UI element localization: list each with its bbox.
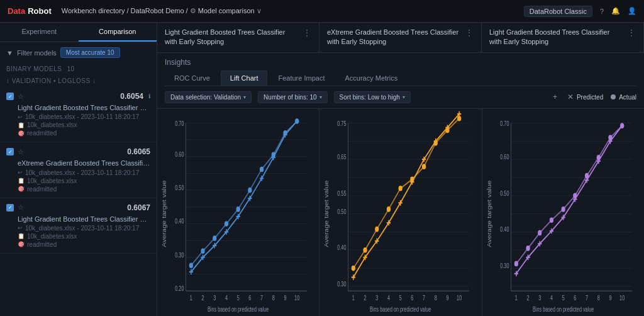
svg-point-174 [573, 193, 577, 198]
binary-models-label: BINARY MODELS 10 [0, 63, 157, 75]
user-icon[interactable]: 👤 [628, 7, 636, 15]
svg-text:5: 5 [562, 294, 564, 301]
model-1-name: Light Gradient Boosted Trees Classifier … [18, 103, 150, 112]
svg-text:0.50: 0.50 [175, 184, 184, 191]
svg-point-52 [213, 235, 216, 241]
main-layout: Experiment Comparison ▼ Filter models Mo… [0, 23, 644, 316]
model-2-checkbox[interactable]: ✓ [6, 148, 14, 155]
model-item-1[interactable]: ✓ ☆ 0.6054 ℹ Light Gradient Boosted Tree… [0, 87, 157, 142]
model-3-star[interactable]: ☆ [18, 203, 24, 212]
mode-selector[interactable]: DataRobot Classic [524, 6, 592, 17]
svg-text:9: 9 [284, 294, 286, 301]
model-item-2[interactable]: ✓ ☆ 0.6065 eXtreme Gradient Boosted Tree… [0, 142, 157, 198]
help-icon[interactable]: ? [600, 8, 604, 15]
svg-text:0.50: 0.50 [338, 208, 347, 215]
predicted-icon: ✕ [567, 93, 574, 101]
svg-text:6: 6 [411, 294, 414, 301]
svg-text:10: 10 [294, 294, 299, 301]
svg-point-117 [434, 140, 438, 146]
app-header: DataRobot Workbench directory / DataRobo… [0, 0, 644, 23]
svg-text:0.30: 0.30 [175, 251, 184, 258]
model-header-2-menu[interactable]: ⋮ [465, 28, 474, 38]
sort-label[interactable]: ↕ Validation • LogLoss ↓ [0, 75, 157, 87]
model-3-meta: Light Gradient Boosted Trees Classifier … [6, 215, 150, 248]
svg-text:Bins based on predicted value: Bins based on predicted value [208, 306, 269, 313]
insights-tabs: ROC Curve Lift Chart Feature Impact Accu… [165, 71, 636, 86]
svg-text:0.40: 0.40 [500, 226, 509, 233]
tab-feature-impact[interactable]: Feature Impact [269, 71, 334, 86]
filter-label: Filter models [17, 49, 57, 57]
model-2-name: eXtreme Gradient Boosted Trees Classifie… [18, 159, 150, 167]
main-content: Light Gradient Boosted Trees Classifier … [157, 23, 644, 316]
model-item-3[interactable]: ✓ ☆ 0.6067 Light Gradient Boosted Trees … [0, 198, 157, 254]
model-header-3-menu[interactable]: ⋮ [627, 28, 636, 38]
model-2-star[interactable]: ☆ [18, 148, 24, 156]
model-header-1-menu[interactable]: ⋮ [303, 28, 311, 38]
svg-text:0.65: 0.65 [338, 154, 347, 161]
model-3-checkbox[interactable]: ✓ [6, 204, 14, 212]
svg-point-51 [201, 248, 204, 254]
svg-text:Average target value: Average target value [324, 180, 330, 247]
svg-point-175 [585, 173, 589, 179]
model-2-score: 0.6065 [127, 147, 150, 156]
svg-text:2: 2 [202, 294, 204, 301]
sidebar-tabs: Experiment Comparison [0, 23, 157, 42]
sort-dropdown[interactable]: Sort bins: Low to high ▾ [334, 91, 411, 103]
svg-text:2: 2 [526, 294, 529, 301]
model-1-score: 0.6054 [120, 92, 143, 101]
svg-point-58 [283, 130, 287, 136]
plus-icon: + [553, 93, 557, 101]
tab-lift-chart[interactable]: Lift Chart [221, 71, 268, 86]
svg-text:0.60: 0.60 [175, 150, 184, 157]
svg-text:Average target value: Average target value [487, 180, 492, 247]
svg-text:10: 10 [457, 294, 462, 301]
model-1-checkbox[interactable]: ✓ [6, 93, 14, 100]
svg-point-178 [620, 123, 624, 128]
logo: DataRobot [8, 6, 52, 16]
svg-point-55 [248, 188, 252, 193]
chart-panel-1: Average target value [157, 109, 319, 316]
tab-experiment[interactable]: Experiment [0, 23, 79, 42]
svg-text:Average target value: Average target value [162, 180, 167, 247]
svg-point-111 [364, 247, 367, 253]
model-header-2: eXtreme Gradient Boosted Trees Classifie… [319, 23, 482, 52]
svg-text:6: 6 [574, 294, 576, 301]
tab-comparison[interactable]: Comparison [79, 23, 157, 42]
filter-badge[interactable]: Most accurate 10 [60, 47, 120, 58]
chart-svg-3: Average target value 0.70 0.60 [485, 114, 641, 313]
bell-icon[interactable]: 🔔 [611, 7, 620, 15]
svg-point-169 [514, 261, 518, 266]
svg-text:1: 1 [190, 294, 192, 301]
legend-actual: Actual [611, 94, 636, 101]
header-right: DataRobot Classic ? 🔔 👤 [524, 6, 636, 17]
model-header-2-name: eXtreme Gradient Boosted Trees Classifie… [327, 28, 459, 47]
filter-section: ▼ Filter models Most accurate 10 [0, 42, 157, 63]
insights-label: Insights [165, 53, 636, 71]
model-1-star[interactable]: ☆ [18, 93, 24, 101]
svg-text:5: 5 [237, 294, 240, 301]
svg-text:0.55: 0.55 [338, 189, 347, 196]
svg-point-54 [236, 206, 240, 212]
svg-text:3: 3 [213, 294, 216, 301]
tab-accuracy-metrics[interactable]: Accuracy Metrics [335, 71, 407, 86]
svg-text:3: 3 [376, 294, 379, 301]
chevron-down-icon-3: ▾ [402, 94, 405, 100]
svg-text:7: 7 [423, 294, 425, 301]
svg-point-170 [526, 245, 530, 251]
bins-dropdown[interactable]: Number of bins: 10 ▾ [258, 91, 328, 103]
svg-text:7: 7 [586, 294, 588, 301]
actual-dot [611, 94, 616, 99]
svg-text:Bins based on predicted value: Bins based on predicted value [370, 306, 431, 313]
svg-text:1: 1 [352, 294, 355, 301]
tab-roc-curve[interactable]: ROC Curve [165, 71, 219, 86]
svg-point-171 [538, 230, 541, 235]
model-header-1-name: Light Gradient Boosted Trees Classifier … [165, 28, 297, 47]
data-selection-dropdown[interactable]: Data selection: Validation ▾ [165, 91, 252, 103]
filter-icon: ▼ [6, 49, 13, 57]
svg-point-112 [375, 227, 379, 232]
chart-svg-2: Average target value 0.75 0.65 [322, 114, 479, 313]
svg-point-119 [457, 116, 461, 121]
svg-text:8: 8 [435, 294, 437, 301]
charts-area: Average target value [157, 109, 644, 316]
svg-point-110 [352, 266, 355, 271]
